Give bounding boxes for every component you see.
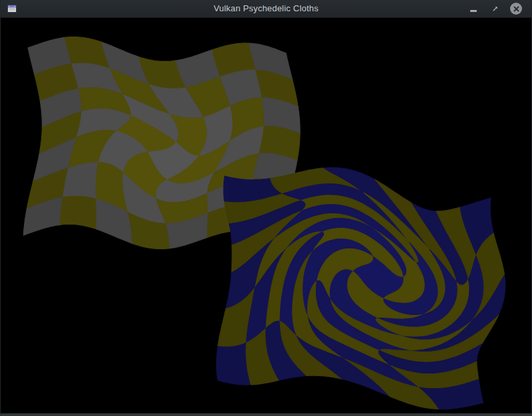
- render-viewport[interactable]: [1, 18, 531, 413]
- maximize-button[interactable]: [487, 1, 502, 16]
- window-controls: [466, 1, 523, 16]
- window-title: Vulkan Psychedelic Cloths: [1, 0, 531, 17]
- maximize-icon: [491, 5, 499, 13]
- minimize-icon: [470, 10, 477, 12]
- app-window-icon: [7, 3, 17, 14]
- close-button[interactable]: [509, 1, 523, 16]
- titlebar[interactable]: Vulkan Psychedelic Cloths: [1, 0, 531, 18]
- app-window: Vulkan Psychedelic Cloths: [0, 0, 532, 416]
- minimize-button[interactable]: [466, 1, 481, 16]
- close-icon: [510, 3, 522, 15]
